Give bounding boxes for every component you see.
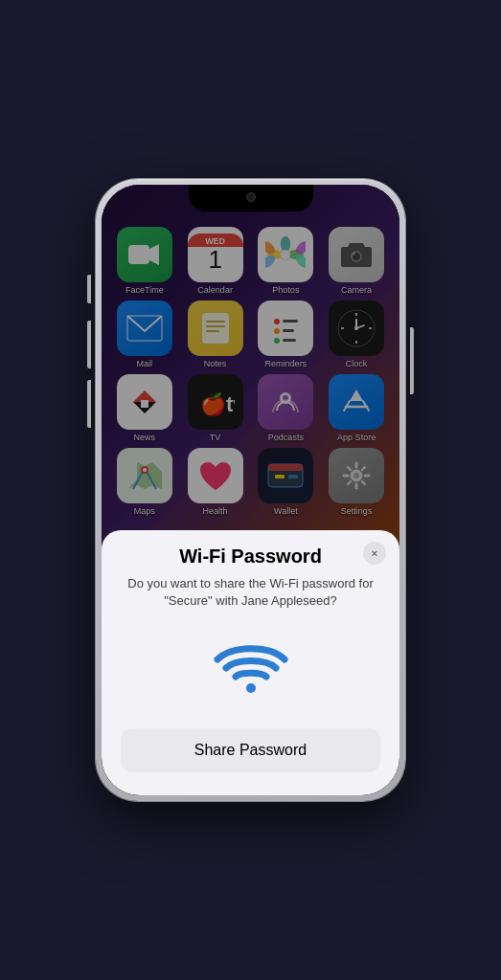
wifi-icon	[213, 638, 289, 696]
volume-down-button[interactable]	[87, 380, 91, 428]
modal-body: Do you want to share the Wi-Fi password …	[121, 575, 380, 610]
wifi-icon-container	[121, 629, 380, 705]
home-screen: FaceTime WED 1 Calendar	[102, 185, 399, 795]
svg-point-51	[246, 683, 256, 693]
phone-screen: FaceTime WED 1 Calendar	[102, 185, 399, 795]
modal-title: Wi-Fi Password	[121, 546, 380, 568]
volume-up-button[interactable]	[87, 321, 91, 368]
share-password-button[interactable]: Share Password	[121, 728, 380, 772]
notch	[189, 185, 313, 212]
modal-close-button[interactable]: ×	[363, 542, 386, 565]
mute-button[interactable]	[87, 275, 91, 303]
modal-overlay: × Wi-Fi Password Do you want to share th…	[102, 185, 399, 795]
front-camera	[246, 192, 256, 202]
power-button[interactable]	[410, 327, 414, 394]
wifi-password-modal: × Wi-Fi Password Do you want to share th…	[102, 530, 399, 795]
phone-frame: FaceTime WED 1 Calendar	[96, 179, 405, 801]
